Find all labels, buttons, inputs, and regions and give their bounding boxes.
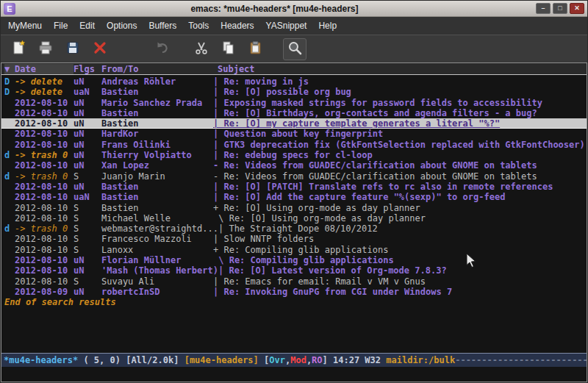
message-row[interactable]: 2012-08-10 S Lanoxx + Re: Compiling glib… <box>1 245 587 255</box>
menu-yasnippet[interactable]: YASnippet <box>260 18 313 34</box>
message-row[interactable]: 2012-08-09 uN robertcInSD | Re: Invoking… <box>1 287 587 297</box>
message-list: D -> delete uN Andreas Röhler | Re: movi… <box>1 75 587 353</box>
row-date: 2012-08-10 <box>15 203 74 213</box>
row-mark-prefix <box>4 245 15 255</box>
search-button[interactable] <box>283 38 306 60</box>
new-buffer-icon <box>10 40 26 59</box>
row-mark-prefix: d <box>4 150 15 160</box>
message-row[interactable]: 2012-08-10 uN Mario Sanchez Prada | Expo… <box>1 98 587 108</box>
emacs-window: E emacs: *mu4e-headers* [mu4e-headers] –… <box>0 0 588 383</box>
message-row[interactable]: 2012-08-10 uN Bastien | Re: [O] my captu… <box>1 118 587 129</box>
row-flags: uN <box>74 108 101 118</box>
menu-tools[interactable]: Tools <box>182 18 215 34</box>
paste-icon <box>248 40 264 59</box>
cut-button[interactable] <box>190 38 213 60</box>
message-row[interactable]: D -> delete uN Andreas Röhler | Re: movi… <box>1 76 587 87</box>
message-row[interactable]: d -> trash 0 S Juanjo Marin - Re: Videos… <box>1 171 587 182</box>
message-row[interactable]: 2012-08-10 S Francesco Mazzoli | Slow NN… <box>1 234 587 244</box>
row-date: -> delete <box>15 76 74 87</box>
menu-options[interactable]: Options <box>101 18 143 34</box>
message-row[interactable]: d -> trash 0 uN Thierry Volpiatto | Re: … <box>1 150 587 160</box>
row-mark-prefix <box>4 203 15 213</box>
copy-button[interactable] <box>217 38 240 60</box>
row-subject: | Re: [O] Add the capture feature "%(sex… <box>213 192 587 202</box>
message-row[interactable]: 2012-08-10 uN 'Mash (Thomas Herbert) | R… <box>1 265 587 276</box>
row-mark-prefix <box>4 192 15 202</box>
row-mark-prefix <box>4 108 15 118</box>
menu-headers[interactable]: Headers <box>215 18 259 34</box>
message-row[interactable]: 2012-08-10 uN HardKor | Question about k… <box>1 129 587 139</box>
row-flags: S <box>74 203 101 213</box>
modeline-segment: RO <box>312 355 322 365</box>
new-buffer-button[interactable] <box>7 38 30 60</box>
row-from: Bastien <box>101 108 213 118</box>
row-date: 2012-08-10 <box>15 213 74 223</box>
message-row[interactable]: d -> trash 0 S webmaster@straightd... | … <box>1 223 587 234</box>
row-from: Lanoxx <box>101 245 213 255</box>
header-column-from[interactable]: From/To <box>101 64 213 74</box>
close-buffer-icon <box>92 40 108 59</box>
emacs-frame-client: ▼ Date Flgs From/To Subject D -> delete … <box>1 62 587 382</box>
menu-mymenu[interactable]: MyMenu <box>2 18 48 34</box>
message-row[interactable]: 2012-08-10 uN Bastien | Re: [O] Birthday… <box>1 108 587 118</box>
undo-button[interactable] <box>151 38 174 60</box>
row-date: 2012-08-10 <box>15 182 74 192</box>
row-flags: uN <box>74 140 101 150</box>
modeline-segment: ----------------------------------------… <box>455 355 587 365</box>
row-flags: S <box>74 213 101 223</box>
row-date: -> delete <box>15 87 74 97</box>
header-column-date[interactable]: Date <box>15 64 74 74</box>
row-subject: | Re: [O] Latest version of Org-mode 7.8… <box>218 265 587 276</box>
header-column-flags[interactable]: Flgs <box>74 64 101 74</box>
row-flags: uN <box>74 129 101 139</box>
row-flags: uN <box>74 182 101 192</box>
menu-file[interactable]: File <box>48 18 74 34</box>
print-icon <box>37 40 54 59</box>
minimize-button[interactable]: – <box>536 3 551 14</box>
close-buffer-button[interactable] <box>88 38 112 60</box>
message-row[interactable]: 2012-08-10 uN Bastien | Re: [O] [PATCH] … <box>1 182 587 192</box>
message-row[interactable]: 2012-08-10 S Bastien + Re: [O] Using org… <box>1 203 587 213</box>
row-mark-prefix <box>4 118 15 128</box>
echo-area <box>1 367 587 382</box>
menu-buffers[interactable]: Buffers <box>143 18 182 34</box>
print-button[interactable] <box>34 38 57 60</box>
message-row[interactable]: 2012-08-10 uN Florian Müllner \ Re: Comp… <box>1 255 587 265</box>
row-from: Thierry Volpiatto <box>101 150 213 160</box>
row-subject: | Re: [O] [PATCH] Translate refs to rc a… <box>213 182 587 192</box>
search-icon <box>287 40 303 59</box>
message-row[interactable]: D -> delete uaN Bastien | Re: [O] possib… <box>1 87 587 97</box>
header-column-subject[interactable]: Subject <box>213 64 587 74</box>
row-date: 2012-08-10 <box>15 265 74 276</box>
copy-icon <box>220 40 237 59</box>
close-button[interactable]: ✕ <box>570 3 584 14</box>
message-row[interactable]: 2012-08-10 uN Xan Lopez - Re: Videos fro… <box>1 160 587 171</box>
window-title: emacs: *mu4e-headers* [mu4e-headers] <box>15 4 534 14</box>
menu-bar: MyMenu File Edit Options Buffers Tools H… <box>1 17 587 35</box>
modeline-segment: maildir:/bulk <box>386 355 455 365</box>
message-row[interactable]: 2012-08-10 S Suvayu Ali | Re: Emacs for … <box>1 276 587 287</box>
row-date: 2012-08-10 <box>15 160 74 171</box>
row-from: Bastien <box>101 203 213 213</box>
headers-header-line: ▼ Date Flgs From/To Subject <box>1 63 587 75</box>
row-subject: + Re: [O] Using org-mode as day planner <box>213 203 587 213</box>
row-mark-prefix <box>4 140 15 150</box>
paste-button[interactable] <box>244 38 268 60</box>
row-flags: S <box>74 223 101 234</box>
message-row[interactable]: 2012-08-10 uN Frans Oilinki | GTK3 depre… <box>1 140 587 150</box>
save-button[interactable] <box>61 38 85 60</box>
message-row[interactable]: 2012-08-10 S Michael Welle \ Re: [O] Usi… <box>1 213 587 223</box>
message-row[interactable]: 2012-08-10 uaN Bastien | Re: [O] Add the… <box>1 192 587 202</box>
maximize-button[interactable]: □ <box>553 3 567 14</box>
row-from: Florian Müllner <box>101 255 213 265</box>
menu-edit[interactable]: Edit <box>74 18 101 34</box>
row-mark-prefix <box>4 234 15 244</box>
menu-help[interactable]: Help <box>312 18 343 34</box>
emacs-app-icon[interactable]: E <box>4 3 15 15</box>
row-flags: S <box>74 171 101 182</box>
row-mark-prefix <box>4 129 15 139</box>
row-mark-prefix <box>4 265 15 276</box>
undo-icon <box>154 40 171 59</box>
row-from: 'Mash (Thomas Herbert) <box>101 265 218 276</box>
end-of-search-results: End of search results <box>1 297 587 307</box>
